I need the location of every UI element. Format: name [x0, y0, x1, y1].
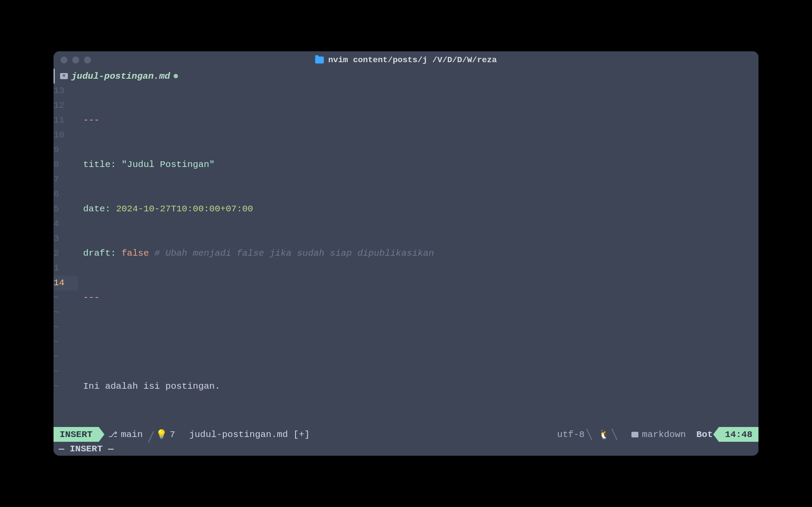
- git-branch-icon: ⎇: [108, 430, 117, 439]
- line-number: 5: [54, 202, 78, 217]
- markdown-icon: [631, 432, 638, 437]
- code-line-empty: [83, 424, 758, 427]
- close-button[interactable]: [60, 57, 67, 63]
- empty-line-tilde: ~: [54, 290, 78, 305]
- tabline: M judul-postingan.md: [54, 69, 758, 83]
- diagnostics-segment: 💡 7: [148, 429, 183, 440]
- tab-filename: judul-postingan.md: [71, 71, 170, 81]
- line-number: 8: [54, 157, 78, 172]
- code-line: ---: [83, 290, 758, 305]
- titlebar: nvim content/posts/j /V/D/D/W/reza: [54, 51, 758, 69]
- code-line: Ini adalah isi postingan.: [83, 379, 758, 394]
- separator-icon: [586, 429, 597, 440]
- line-number-current: 14: [54, 276, 78, 290]
- filetype-segment: markdown: [627, 430, 690, 440]
- line-number: 7: [54, 172, 78, 187]
- git-branch-segment: ⎇ main: [99, 430, 148, 440]
- statusline: INSERT ⎇ main 💡 7 judul-postingan.md [+]…: [54, 427, 758, 442]
- line-number: 4: [54, 217, 78, 231]
- line-number: 10: [54, 128, 78, 143]
- line-number: 1: [54, 261, 78, 276]
- diagnostics-count: 7: [170, 430, 175, 440]
- minimize-button[interactable]: [72, 57, 79, 63]
- statusline-filename: judul-postingan.md [+]: [183, 430, 316, 440]
- line-number: 3: [54, 231, 78, 246]
- editor-area[interactable]: 13 12 11 10 9 8 7 6 5 4 3 2 1 14 ~ ~ ~ ~…: [54, 83, 758, 427]
- code-line: title: "Judul Postingan": [83, 157, 758, 172]
- lightbulb-icon: 💡: [156, 429, 167, 440]
- line-number: 11: [54, 113, 78, 128]
- line-number-gutter: 13 12 11 10 9 8 7 6 5 4 3 2 1 14 ~ ~ ~ ~…: [54, 83, 83, 427]
- clock-segment: 14:48: [719, 427, 758, 442]
- window-title-text: nvim content/posts/j /V/D/D/W/reza: [328, 55, 497, 65]
- line-number: 2: [54, 246, 78, 261]
- code-line-empty: [83, 335, 758, 350]
- line-number: 13: [54, 83, 78, 98]
- separator-icon: [611, 429, 622, 440]
- git-branch-name: main: [121, 430, 143, 440]
- empty-line-tilde: ~: [54, 320, 78, 335]
- traffic-lights: [60, 57, 91, 63]
- editor-content[interactable]: --- title: "Judul Postingan" date: 2024-…: [83, 83, 758, 427]
- empty-line-tilde: ~: [54, 364, 78, 379]
- code-line: ---: [83, 113, 758, 128]
- encoding-label: utf-8: [557, 430, 584, 440]
- encoding-segment: utf-8 🐧: [552, 429, 627, 440]
- folder-icon: [315, 57, 324, 63]
- os-icon: 🐧: [598, 429, 610, 440]
- tab-file[interactable]: M judul-postingan.md: [56, 71, 182, 81]
- window-title: nvim content/posts/j /V/D/D/W/reza: [315, 55, 497, 65]
- markdown-file-icon: M: [60, 73, 68, 79]
- line-number: 6: [54, 187, 78, 202]
- empty-line-tilde: ~: [54, 350, 78, 364]
- mode-indicator: INSERT: [54, 427, 99, 442]
- code-line: date: 2024-10-27T10:00:00+07:00: [83, 202, 758, 217]
- terminal-window: nvim content/posts/j /V/D/D/W/reza M jud…: [54, 51, 758, 456]
- command-line: — INSERT —: [54, 442, 758, 456]
- line-number: 12: [54, 98, 78, 113]
- empty-line-tilde: ~: [54, 305, 78, 320]
- modified-indicator-icon: [174, 74, 178, 78]
- empty-line-tilde: ~: [54, 379, 78, 394]
- line-number: 9: [54, 143, 78, 157]
- filetype-label: markdown: [642, 430, 686, 440]
- cmdline-text: — INSERT —: [59, 444, 114, 454]
- empty-line-tilde: ~: [54, 335, 78, 350]
- maximize-button[interactable]: [84, 57, 91, 63]
- code-line: draft: false # Ubah menjadi false jika s…: [83, 246, 758, 261]
